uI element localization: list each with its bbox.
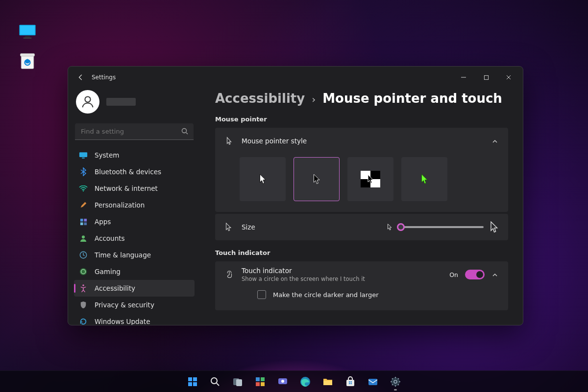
sidebar-item-bluetooth[interactable]: Bluetooth & devices bbox=[74, 163, 195, 180]
minimize-icon bbox=[461, 74, 466, 80]
cursor-inverted-icon bbox=[367, 174, 374, 184]
page-title: Mouse pointer and touch bbox=[322, 91, 502, 106]
taskbar-edge[interactable] bbox=[295, 372, 315, 392]
window-controls bbox=[452, 69, 520, 85]
sidebar-item-system[interactable]: System bbox=[74, 147, 195, 163]
accounts-icon bbox=[79, 234, 88, 243]
svg-rect-38 bbox=[349, 381, 350, 383]
taskbar-explorer[interactable] bbox=[318, 372, 338, 392]
pointer-style-inverted[interactable] bbox=[347, 157, 393, 201]
svg-point-34 bbox=[281, 380, 284, 383]
sidebar-item-accessibility[interactable]: Accessibility bbox=[74, 280, 195, 297]
taskbar-widgets[interactable] bbox=[250, 372, 270, 392]
pointer-style-custom[interactable] bbox=[401, 157, 447, 201]
pointer-size-slider[interactable] bbox=[398, 226, 484, 228]
section-mouse-pointer-label: Mouse pointer bbox=[215, 115, 508, 123]
svg-rect-36 bbox=[323, 381, 332, 385]
sidebar-item-accounts[interactable]: Accounts bbox=[74, 230, 195, 247]
taskbar-mail[interactable] bbox=[363, 372, 383, 392]
svg-point-9 bbox=[182, 129, 187, 133]
sidebar-item-label: Apps bbox=[95, 218, 111, 226]
taskbar-chat[interactable] bbox=[273, 372, 293, 392]
desktop-icon-recycle-bin[interactable] bbox=[16, 51, 39, 70]
sidebar-item-label: Time & language bbox=[95, 251, 151, 259]
gaming-icon bbox=[79, 267, 88, 276]
chevron-up-icon bbox=[491, 271, 498, 278]
touch-indicator-toggle[interactable] bbox=[465, 270, 485, 279]
touch-indicator-title: Touch indicator bbox=[242, 267, 365, 275]
mouse-pointer-style-card: Mouse pointer style bbox=[215, 128, 508, 212]
pointer-size-card: Size bbox=[215, 214, 508, 240]
svg-rect-28 bbox=[236, 379, 242, 386]
svg-rect-3 bbox=[24, 38, 32, 39]
breadcrumb-parent[interactable]: Accessibility bbox=[215, 91, 305, 106]
touch-indicator-header[interactable]: Touch indicator Show a circle on the scr… bbox=[225, 261, 498, 288]
svg-point-12 bbox=[83, 190, 84, 191]
chevron-up-icon bbox=[491, 138, 498, 144]
profile-block[interactable] bbox=[74, 88, 195, 122]
desktop-icon-this-pc[interactable] bbox=[16, 22, 39, 41]
sidebar-item-label: Bluetooth & devices bbox=[95, 168, 161, 176]
pointer-style-white[interactable] bbox=[240, 157, 286, 201]
sidebar-item-windows-update[interactable]: Windows Update bbox=[74, 313, 195, 325]
inverted-tile bbox=[361, 171, 380, 187]
slider-wrap bbox=[387, 221, 498, 233]
svg-rect-29 bbox=[256, 377, 260, 381]
mouse-pointer-style-header[interactable]: Mouse pointer style bbox=[225, 128, 498, 154]
back-button[interactable] bbox=[77, 73, 85, 81]
taskbar-settings[interactable] bbox=[386, 372, 405, 392]
sidebar-item-gaming[interactable]: Gaming bbox=[74, 263, 195, 280]
breadcrumb: Accessibility › Mouse pointer and touch bbox=[215, 88, 508, 113]
svg-rect-42 bbox=[368, 379, 377, 385]
taskbar-task-view[interactable] bbox=[228, 372, 247, 392]
svg-rect-14 bbox=[84, 218, 87, 221]
sidebar-item-personalization[interactable]: Personalization bbox=[74, 197, 195, 213]
svg-rect-25 bbox=[193, 382, 197, 386]
pointer-style-black[interactable] bbox=[294, 157, 340, 201]
sidebar-item-privacy[interactable]: Privacy & security bbox=[74, 297, 195, 313]
start-icon bbox=[187, 376, 198, 388]
sidebar-item-label: Gaming bbox=[95, 268, 121, 276]
maximize-icon bbox=[484, 75, 489, 80]
svg-rect-41 bbox=[351, 383, 352, 384]
search-input[interactable] bbox=[75, 123, 194, 140]
svg-rect-39 bbox=[351, 381, 352, 383]
touch-darker-larger-row[interactable]: Make the circle darker and larger bbox=[225, 288, 498, 310]
sidebar-item-apps[interactable]: Apps bbox=[74, 213, 195, 230]
taskbar-start[interactable] bbox=[183, 372, 202, 392]
touch-darker-larger-checkbox[interactable] bbox=[257, 290, 266, 299]
sidebar-item-label: Accounts bbox=[95, 234, 125, 242]
minimize-button[interactable] bbox=[452, 69, 475, 85]
system-icon bbox=[79, 151, 88, 160]
arrow-left-icon bbox=[77, 74, 84, 81]
cursor-white-icon bbox=[259, 174, 267, 184]
window-title: Settings bbox=[92, 74, 116, 81]
touch-icon bbox=[225, 270, 234, 279]
sidebar-item-time-language[interactable]: Time & language bbox=[74, 247, 195, 263]
sidebar-item-network[interactable]: Network & internet bbox=[74, 180, 195, 197]
svg-point-8 bbox=[85, 96, 90, 102]
widgets-icon bbox=[254, 376, 266, 388]
sidebar-item-label: System bbox=[95, 151, 119, 159]
slider-thumb[interactable] bbox=[397, 223, 405, 231]
svg-rect-1 bbox=[20, 25, 35, 34]
mouse-pointer-style-label: Mouse pointer style bbox=[242, 137, 307, 145]
shield-icon bbox=[79, 300, 88, 309]
close-icon bbox=[506, 74, 512, 80]
main-content: Accessibility › Mouse pointer and touch … bbox=[200, 88, 523, 325]
cursor-large-icon bbox=[490, 221, 498, 233]
close-button[interactable] bbox=[497, 69, 520, 85]
taskbar-store[interactable] bbox=[341, 372, 360, 392]
breadcrumb-separator: › bbox=[312, 93, 316, 105]
svg-rect-31 bbox=[256, 382, 260, 386]
sidebar-item-label: Accessibility bbox=[95, 284, 135, 292]
taskbar-search[interactable] bbox=[205, 372, 225, 392]
chat-icon bbox=[277, 376, 289, 388]
taskbar bbox=[0, 370, 588, 392]
maximize-button[interactable] bbox=[475, 69, 497, 85]
search-box[interactable] bbox=[75, 123, 194, 140]
svg-rect-2 bbox=[25, 36, 30, 38]
sidebar: System Bluetooth & devices Network & int… bbox=[68, 88, 200, 325]
svg-rect-15 bbox=[80, 222, 83, 225]
sidebar-item-label: Network & internet bbox=[95, 184, 158, 192]
